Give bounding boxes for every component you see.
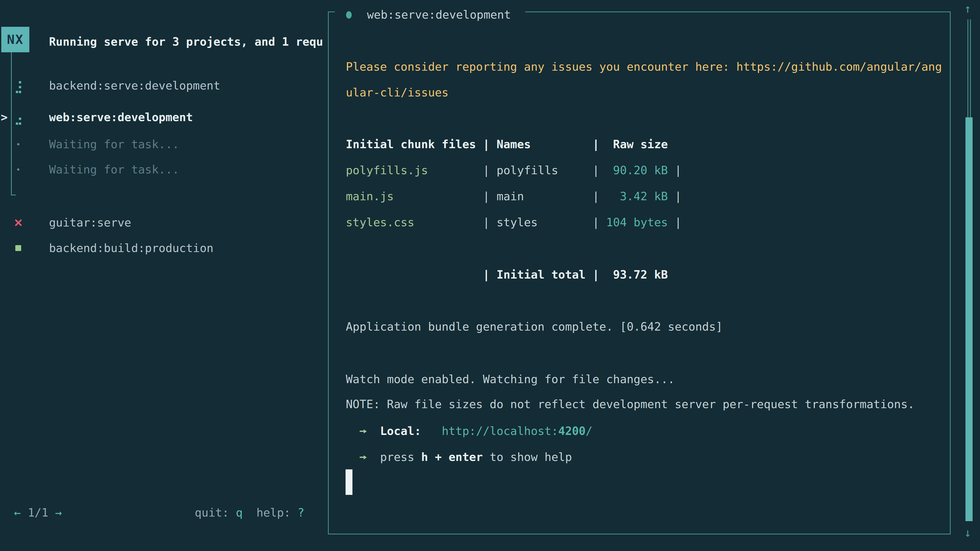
url-link[interactable]: http://localhost: [442, 424, 558, 438]
help-key: ? [298, 506, 304, 519]
quit-hint-label: quit: [195, 506, 236, 519]
sidebar-task-4[interactable]: guitar:serve [49, 216, 131, 229]
scroll-up-icon[interactable]: ↑ [964, 2, 971, 15]
terminal-text: Please consider reporting any issues you… [346, 60, 736, 73]
nx-logo-badge: NX [1, 27, 29, 52]
pager-page-indicator: 1/1 [21, 506, 55, 519]
terminal-line: Application bundle generation complete. … [346, 320, 723, 333]
task-tree-line [11, 52, 12, 195]
terminal-text: to show help [483, 451, 572, 464]
sidebar-task-3[interactable]: Waiting for task... [49, 163, 179, 176]
terminal-text: main.js [346, 190, 394, 203]
sidebar-task-1[interactable]: web:serve:development [49, 111, 193, 124]
terminal-text: Application bundle generation complete. … [346, 320, 723, 333]
terminal-text: 104 bytes [599, 216, 668, 229]
url-link[interactable]: 4200 [558, 424, 585, 438]
terminal-text: | Initial total | 93.72 kB [346, 268, 668, 281]
terminal-text: press [346, 451, 421, 464]
terminal-line: styles.css | styles | 104 bytes | [346, 216, 682, 229]
error-icon [14, 219, 22, 227]
terminal-text: NOTE: Raw file sizes do not reflect deve… [346, 398, 915, 411]
spinner-icon [16, 81, 22, 94]
waiting-dot-icon [17, 143, 19, 145]
terminal-line: NOTE: Raw file sizes do not reflect deve… [346, 398, 915, 411]
terminal-text: | [668, 216, 682, 229]
terminal-text [421, 424, 442, 438]
pager-prev-icon[interactable]: ← [14, 506, 21, 519]
url-link[interactable]: https://github.com/angular/ang [736, 60, 942, 73]
sidebar-task-0[interactable]: backend:serve:development [49, 79, 220, 92]
terminal-text: | [668, 164, 682, 177]
terminal-text: styles.css [346, 216, 414, 229]
scrollbar-track[interactable] [970, 19, 971, 118]
waiting-dot-icon [17, 168, 19, 171]
sidebar-task-2[interactable]: Waiting for task... [49, 138, 179, 151]
quit-key: q [236, 506, 243, 519]
selected-task-pointer-icon: > [1, 111, 8, 124]
terminal-text: polyfills.js [346, 164, 428, 177]
terminal-line: polyfills.js | polyfills | 90.20 kB | [346, 164, 682, 177]
task-tree-line-foot [11, 195, 16, 195]
terminal-line: ular-cli/issues [346, 86, 449, 99]
terminal-text: | styles | [414, 216, 599, 229]
terminal-line: | Initial total | 93.72 kB [346, 268, 668, 281]
terminal-text: | [668, 190, 682, 203]
scroll-down-icon[interactable]: ↓ [964, 526, 971, 539]
terminal-text: | main | [394, 190, 599, 203]
pointer-arrow-icon [360, 457, 364, 458]
running-status-dot-icon [346, 11, 352, 19]
success-icon [15, 245, 21, 251]
terminal-line: press h + enter to show help [346, 451, 572, 464]
terminal-text: 90.20 kB [599, 164, 668, 177]
keyboard-hints: quit: q help: ? [195, 506, 304, 519]
terminal-text: | polyfills | [428, 164, 599, 177]
scrollbar-thumb[interactable] [966, 118, 973, 521]
terminal-text: h + enter [421, 451, 483, 464]
scrollbar-track[interactable] [967, 19, 968, 118]
terminal-line: main.js | main | 3.42 kB | [346, 190, 682, 203]
url-link[interactable]: ular-cli/issues [346, 86, 449, 99]
terminal-text: Watch mode enabled. Watching for file ch… [346, 373, 675, 386]
url-link[interactable]: / [586, 424, 593, 438]
pager-next-icon[interactable]: → [55, 506, 62, 519]
terminal-text: Initial chunk files | Names | Raw size [346, 138, 668, 151]
help-hint-label: help: [243, 506, 298, 519]
terminal-line: Local: http://localhost:4200/ [346, 424, 593, 438]
terminal-line: Please consider reporting any issues you… [346, 60, 942, 73]
terminal-cursor [345, 469, 352, 495]
pointer-arrow-icon [360, 430, 364, 432]
pager: ← 1/1 → [14, 506, 62, 519]
terminal-text: 3.42 kB [599, 190, 668, 203]
terminal-line: Watch mode enabled. Watching for file ch… [346, 373, 675, 386]
panel-title: web:serve:development [367, 8, 511, 21]
terminal-text: Local: [380, 424, 421, 438]
page-title: Running serve for 3 projects, and 1 requ [49, 35, 323, 48]
sidebar-task-5[interactable]: backend:build:production [49, 241, 213, 255]
spinner-icon [16, 113, 22, 125]
terminal-line: Initial chunk files | Names | Raw size [346, 138, 668, 151]
